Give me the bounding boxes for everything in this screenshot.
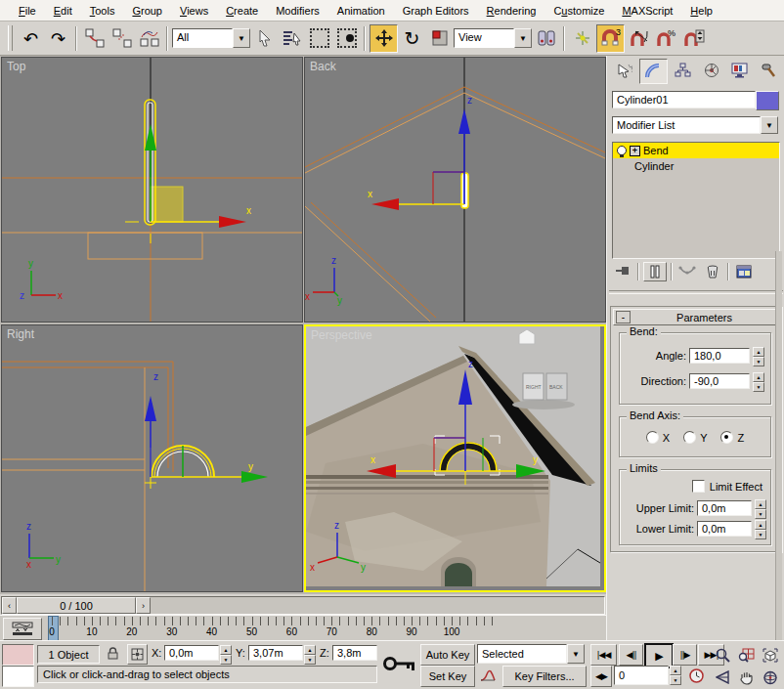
dropdown-arrow-icon[interactable]: ▼ <box>761 116 778 134</box>
previous-frame-button[interactable]: ◀|| <box>619 644 643 666</box>
undo-button[interactable]: ↶ <box>18 25 44 52</box>
tab-motion[interactable] <box>698 59 724 82</box>
zoom-all-button[interactable] <box>735 644 758 666</box>
lower-limit-spinner[interactable]: ▲▼ <box>755 520 766 538</box>
bind-to-spacewarp-button[interactable] <box>136 25 162 52</box>
menu-modifiers[interactable]: Modifiers <box>267 3 328 19</box>
selection-lock-toggle[interactable] <box>104 645 121 662</box>
select-and-move-button[interactable] <box>370 24 398 53</box>
direction-field[interactable]: -90,0 <box>689 373 750 389</box>
spinner-down-icon[interactable]: ▼ <box>755 530 766 539</box>
redo-button[interactable]: ↷ <box>45 25 71 52</box>
bend-axis-radio-y[interactable]: Y <box>683 431 707 444</box>
menu-file[interactable]: File <box>10 3 45 19</box>
modifier-stack-item-bend[interactable]: +Bend <box>613 143 779 158</box>
viewport-perspective-label[interactable]: Perspective <box>311 328 372 342</box>
z-coord-field[interactable]: 3,8m <box>332 645 377 661</box>
selection-set-dropdown[interactable]: Selected ▼ <box>477 644 585 664</box>
default-in-out-tangents-button[interactable] <box>477 666 499 685</box>
radio-icon[interactable] <box>646 431 659 444</box>
menu-rendering[interactable]: Rendering <box>478 3 545 19</box>
next-frame-button[interactable]: ||▶ <box>673 644 697 666</box>
reference-coordinate-system-dropdown[interactable]: View ▼ <box>454 28 532 48</box>
radio-icon[interactable] <box>683 431 696 444</box>
menu-group[interactable]: Group <box>123 3 171 19</box>
pin-stack-button[interactable] <box>612 263 633 280</box>
menu-views[interactable]: Views <box>171 3 217 19</box>
object-color-swatch[interactable] <box>756 91 779 110</box>
angle-snap-toggle-button[interactable] <box>626 25 652 52</box>
panel-scroll-strip[interactable] <box>775 251 782 641</box>
spinner-down-icon[interactable]: ▼ <box>753 357 764 366</box>
select-and-link-button[interactable] <box>81 25 108 52</box>
tab-create[interactable] <box>611 59 637 82</box>
time-configuration-button[interactable] <box>685 666 707 685</box>
spinner-up-icon[interactable]: ▲ <box>755 520 766 530</box>
menu-animation[interactable]: Animation <box>328 3 394 19</box>
track-bar[interactable]: 0102030405060708090100 <box>0 615 606 641</box>
select-and-rotate-button[interactable]: ↻ <box>399 25 425 52</box>
tab-hierarchy[interactable] <box>670 59 696 82</box>
set-keys-big-button[interactable] <box>381 647 418 680</box>
dropdown-arrow-icon[interactable]: ▼ <box>233 28 250 48</box>
tab-utilities[interactable] <box>755 59 781 82</box>
select-by-name-button[interactable] <box>279 25 305 52</box>
menu-tools[interactable]: Tools <box>81 3 124 19</box>
modifier-stack-item-cylinder[interactable]: Cylinder <box>613 158 779 174</box>
current-frame-spinner[interactable]: ▲▼ <box>670 666 681 685</box>
expand-icon[interactable]: + <box>630 146 640 156</box>
spinner-up-icon[interactable]: ▲ <box>753 347 764 357</box>
set-key-button[interactable]: Set Key <box>420 666 475 687</box>
viewport-right[interactable]: Right y z z <box>1 324 303 592</box>
bend-axis-radio-z[interactable]: Z <box>720 431 744 444</box>
zoom-button[interactable] <box>712 644 734 666</box>
make-unique-button[interactable] <box>676 263 698 280</box>
window-crossing-button[interactable] <box>333 25 360 52</box>
pan-button[interactable] <box>735 667 758 688</box>
key-mode-toggle-button[interactable]: ◀▶ <box>590 666 612 687</box>
configure-modifier-sets-button[interactable] <box>733 263 755 280</box>
limit-effect-checkbox[interactable] <box>692 480 705 493</box>
upper-limit-spinner[interactable]: ▲▼ <box>755 499 766 517</box>
snaps-toggle-button[interactable]: 3 <box>596 24 625 53</box>
unlink-selection-button[interactable] <box>109 25 135 52</box>
select-object-button[interactable] <box>251 25 278 52</box>
viewport-back-label[interactable]: Back <box>310 60 336 73</box>
go-to-start-button[interactable]: |◀◀ <box>590 644 617 666</box>
spinner-snap-toggle-button[interactable] <box>680 25 707 52</box>
auto-key-button[interactable]: Auto Key <box>420 644 475 666</box>
tab-display[interactable] <box>726 59 753 82</box>
spinner-down-icon[interactable]: ▼ <box>755 509 766 519</box>
viewport-perspective[interactable]: Perspective <box>304 324 606 592</box>
toolbar-grip[interactable] <box>8 25 13 51</box>
x-coord-spinner[interactable]: ▲▼ <box>220 645 232 661</box>
viewport-top-label[interactable]: Top <box>7 60 25 73</box>
x-coord-field[interactable]: 0,0m <box>164 645 219 661</box>
radio-icon[interactable] <box>720 431 733 444</box>
dropdown-arrow-icon[interactable]: ▼ <box>514 28 532 48</box>
current-frame-field[interactable]: 0 <box>614 666 669 685</box>
viewport-top[interactable]: Top x y x z <box>1 57 303 323</box>
spinner-up-icon[interactable]: ▲ <box>755 499 766 509</box>
dropdown-arrow-icon[interactable]: ▼ <box>567 644 585 664</box>
viewport-right-label[interactable]: Right <box>7 327 34 341</box>
select-and-scale-button[interactable] <box>426 25 453 52</box>
rectangular-selection-region-button[interactable] <box>306 25 332 52</box>
open-mini-curve-editor-button[interactable] <box>3 618 42 640</box>
maxscript-macro-recorder-line[interactable] <box>2 644 34 666</box>
show-end-result-button[interactable] <box>643 262 667 281</box>
time-slider-next-button[interactable]: › <box>136 597 151 614</box>
menu-help[interactable]: Help <box>681 3 721 19</box>
parameters-rollout-header[interactable]: - Parameters <box>613 309 779 325</box>
percent-snap-toggle-button[interactable]: % <box>653 25 679 52</box>
bend-axis-radio-x[interactable]: X <box>646 431 670 444</box>
lower-limit-field[interactable]: 0,0m <box>697 521 752 537</box>
time-slider-handle[interactable]: 0 / 100 <box>17 597 136 614</box>
menu-edit[interactable]: Edit <box>45 3 81 19</box>
object-name-field[interactable]: Cylinder01 <box>612 91 756 108</box>
spinner-up-icon[interactable]: ▲ <box>753 372 764 382</box>
menu-create[interactable]: Create <box>217 3 267 19</box>
select-and-manipulate-button[interactable] <box>569 25 595 52</box>
spinner-down-icon[interactable]: ▼ <box>753 382 764 392</box>
time-slider-prev-button[interactable]: ‹ <box>2 597 17 614</box>
